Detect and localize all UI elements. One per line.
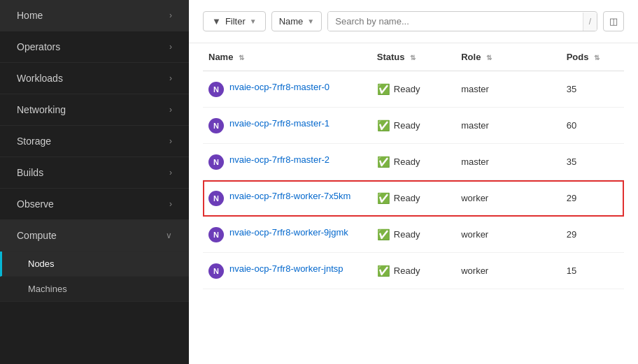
role-cell: worker	[455, 180, 561, 217]
node-icon: N	[208, 154, 224, 170]
search-container: /	[327, 11, 597, 31]
sidebar-item-networking[interactable]: Networking ›	[0, 94, 189, 126]
node-name-cell: N nvaie-ocp-7rfr8-worker-jntsp	[208, 263, 366, 279]
status-ready-icon: ✅	[377, 119, 390, 132]
chevron-right-icon: ›	[169, 168, 172, 177]
node-link[interactable]: nvaie-ocp-7rfr8-worker-9jgmk	[229, 226, 348, 239]
nodes-table-container: Name ⇅ Status ⇅ Role ⇅ Pods ⇅	[189, 43, 638, 364]
sort-icon-pods: ⇅	[594, 54, 600, 61]
table-row[interactable]: N nvaie-ocp-7rfr8-master-1 ✅ Ready maste…	[203, 108, 624, 144]
pods-cell: 29	[561, 180, 624, 217]
node-name-cell: N nvaie-ocp-7rfr8-master-2	[208, 154, 366, 170]
table-row[interactable]: N nvaie-ocp-7rfr8-master-2 ✅ Ready maste…	[203, 144, 624, 180]
table-row[interactable]: N nvaie-ocp-7rfr8-worker-9jgmk ✅ Ready w…	[203, 217, 624, 253]
chevron-down-icon: ∨	[166, 231, 172, 240]
sidebar-item-label: Operators	[17, 41, 60, 52]
role-cell: master	[455, 71, 561, 108]
sidebar-item-compute[interactable]: Compute ∨	[0, 220, 189, 252]
filter-button[interactable]: ▼ Filter ▼	[203, 11, 266, 31]
table-row[interactable]: N nvaie-ocp-7rfr8-worker-7x5km ✅ Ready w…	[203, 180, 624, 217]
column-header-pods[interactable]: Pods ⇅	[561, 43, 624, 71]
status-ready-icon: ✅	[377, 265, 390, 277]
main-content: ▼ Filter ▼ Name ▼ / ◫ Name ⇅	[189, 0, 638, 364]
role-cell: worker	[455, 253, 561, 289]
sidebar-sub-item-label: Nodes	[28, 259, 55, 269]
sidebar-item-machines[interactable]: Machines	[0, 277, 189, 302]
pods-cell: 35	[561, 71, 624, 108]
status-badge: ✅ Ready	[377, 228, 450, 241]
filter-icon: ▼	[212, 16, 221, 27]
role-cell: master	[455, 144, 561, 180]
name-dropdown-label: Name	[279, 16, 304, 27]
sidebar-item-label: Compute	[17, 230, 57, 241]
sidebar-item-nodes[interactable]: Nodes	[0, 252, 189, 277]
status-text: Ready	[394, 265, 420, 276]
sidebar: Home › Operators › Workloads › Networkin…	[0, 0, 189, 364]
filter-label: Filter	[225, 16, 246, 27]
pods-cell: 29	[561, 217, 624, 253]
table-body: N nvaie-ocp-7rfr8-master-0 ✅ Ready maste…	[203, 71, 624, 289]
sidebar-item-operators[interactable]: Operators ›	[0, 31, 189, 63]
status-badge: ✅ Ready	[377, 192, 450, 205]
chevron-right-icon: ›	[169, 42, 172, 52]
status-badge: ✅ Ready	[377, 83, 450, 96]
table-header-row: Name ⇅ Status ⇅ Role ⇅ Pods ⇅	[203, 43, 624, 71]
sidebar-item-workloads[interactable]: Workloads ›	[0, 63, 189, 94]
sidebar-item-home[interactable]: Home ›	[0, 0, 189, 31]
node-link[interactable]: nvaie-ocp-7rfr8-master-0	[229, 81, 329, 94]
table-row[interactable]: N nvaie-ocp-7rfr8-master-0 ✅ Ready maste…	[203, 71, 624, 108]
status-text: Ready	[394, 84, 420, 94]
node-link[interactable]: nvaie-ocp-7rfr8-master-1	[229, 117, 329, 130]
sidebar-submenu-compute: Nodes Machines	[0, 252, 189, 302]
sidebar-item-label: Observe	[17, 198, 54, 210]
sidebar-sub-item-label: Machines	[28, 284, 67, 294]
sidebar-item-observe[interactable]: Observe ›	[0, 189, 189, 220]
status-badge: ✅ Ready	[377, 119, 450, 132]
status-badge: ✅ Ready	[377, 265, 450, 277]
chevron-right-icon: ›	[169, 136, 172, 146]
status-text: Ready	[394, 156, 420, 167]
chevron-right-icon: ›	[169, 73, 172, 83]
sort-icon-name: ⇅	[239, 54, 244, 61]
sidebar-item-storage[interactable]: Storage ›	[0, 126, 189, 157]
column-header-name[interactable]: Name ⇅	[203, 43, 371, 71]
node-icon: N	[208, 118, 224, 133]
node-name-cell: N nvaie-ocp-7rfr8-worker-9jgmk	[208, 226, 366, 242]
name-dropdown-chevron-icon: ▼	[307, 17, 314, 25]
sidebar-item-label: Storage	[17, 136, 51, 147]
status-ready-icon: ✅	[377, 228, 390, 241]
nodes-table: Name ⇅ Status ⇅ Role ⇅ Pods ⇅	[203, 43, 624, 289]
chevron-right-icon: ›	[169, 199, 172, 209]
column-header-status[interactable]: Status ⇅	[371, 43, 455, 71]
status-text: Ready	[394, 193, 420, 203]
columns-button[interactable]: ◫	[603, 11, 624, 31]
node-link[interactable]: nvaie-ocp-7rfr8-master-2	[229, 154, 329, 166]
role-cell: worker	[455, 217, 561, 253]
sidebar-item-label: Networking	[17, 104, 66, 115]
node-name-cell: N nvaie-ocp-7rfr8-master-0	[208, 81, 366, 97]
pods-cell: 15	[561, 253, 624, 289]
node-icon: N	[208, 263, 224, 279]
status-ready-icon: ✅	[377, 83, 390, 96]
sidebar-item-builds[interactable]: Builds ›	[0, 157, 189, 189]
status-text: Ready	[394, 120, 420, 131]
node-name-cell: N nvaie-ocp-7rfr8-master-1	[208, 117, 366, 133]
name-dropdown-button[interactable]: Name ▼	[271, 11, 322, 31]
status-ready-icon: ✅	[377, 192, 390, 205]
sidebar-item-label: Workloads	[17, 73, 63, 84]
search-slash-icon: /	[583, 13, 597, 31]
node-link[interactable]: nvaie-ocp-7rfr8-worker-7x5km	[229, 190, 350, 203]
status-ready-icon: ✅	[377, 156, 390, 168]
chevron-right-icon: ›	[169, 105, 172, 115]
search-input[interactable]	[328, 12, 582, 31]
node-icon: N	[208, 191, 224, 206]
toolbar: ▼ Filter ▼ Name ▼ / ◫	[189, 0, 638, 43]
chevron-right-icon: ›	[169, 10, 172, 20]
table-row[interactable]: N nvaie-ocp-7rfr8-worker-jntsp ✅ Ready w…	[203, 253, 624, 289]
node-link[interactable]: nvaie-ocp-7rfr8-worker-jntsp	[229, 263, 343, 275]
column-header-role[interactable]: Role ⇅	[455, 43, 561, 71]
sidebar-item-label: Home	[17, 10, 43, 21]
pods-cell: 35	[561, 144, 624, 180]
node-icon: N	[208, 82, 224, 97]
pods-cell: 60	[561, 108, 624, 144]
